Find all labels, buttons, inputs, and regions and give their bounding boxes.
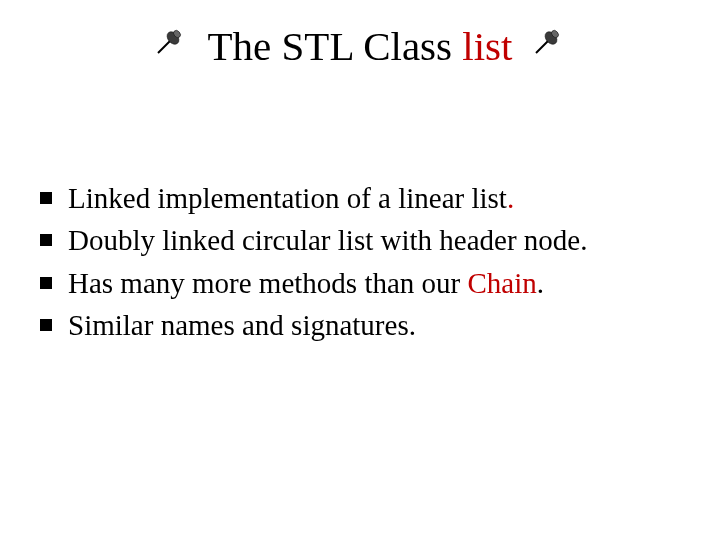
bullet-segment: . <box>537 267 544 299</box>
title-row: The STL Class list <box>0 22 720 70</box>
title-prefix: The STL Class <box>208 23 463 69</box>
square-bullet-icon <box>40 234 52 246</box>
bullet-segment: Linked implementation of a linear list <box>68 182 507 214</box>
square-bullet-icon <box>40 319 52 331</box>
bullet-segment: Similar names and signatures. <box>68 309 416 341</box>
square-bullet-icon <box>40 277 52 289</box>
bullet-segment: Doubly linked circular list with header … <box>68 224 587 256</box>
list-item: Linked implementation of a linear list. <box>40 180 680 216</box>
bullet-list: Linked implementation of a linear list. … <box>40 180 680 349</box>
svg-line-0 <box>158 40 171 53</box>
bullet-text: Has many more methods than our Chain. <box>68 265 544 301</box>
bullet-text: Linked implementation of a linear list. <box>68 180 514 216</box>
bullet-segment: Has many more methods than our <box>68 267 467 299</box>
list-item: Similar names and signatures. <box>40 307 680 343</box>
square-bullet-icon <box>40 192 52 204</box>
bullet-text: Similar names and signatures. <box>68 307 416 343</box>
bullet-text: Doubly linked circular list with header … <box>68 222 587 258</box>
title-emph: list <box>462 23 512 69</box>
bullet-segment-red: Chain <box>467 267 536 299</box>
pushpin-left-icon <box>156 29 186 59</box>
slide: The STL Class list Linked implementation… <box>0 0 720 540</box>
svg-line-3 <box>536 40 549 53</box>
list-item: Has many more methods than our Chain. <box>40 265 680 301</box>
bullet-segment-red: . <box>507 182 514 214</box>
page-title: The STL Class list <box>208 22 513 70</box>
pushpin-right-icon <box>534 29 564 59</box>
list-item: Doubly linked circular list with header … <box>40 222 680 258</box>
